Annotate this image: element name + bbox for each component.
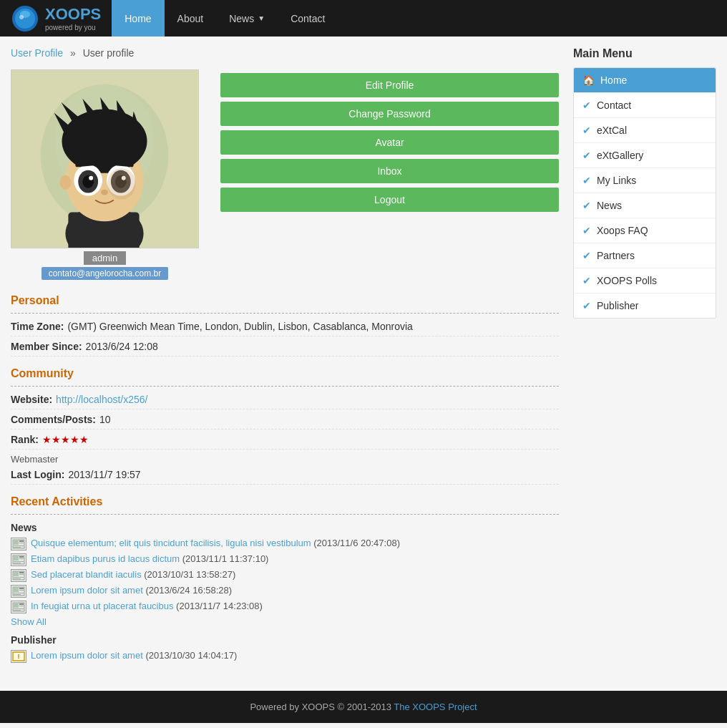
sidebar-item-home[interactable]: 🏠 Home	[574, 68, 716, 93]
breadcrumb-current: User profile	[83, 47, 135, 59]
inbox-button[interactable]: Inbox	[220, 159, 559, 183]
check-icon-xoopsfaq: ✔	[582, 225, 591, 236]
news-icon-2	[11, 553, 26, 566]
member-since-value: 2013/6/24 12:08	[86, 341, 158, 352]
comments-value: 10	[99, 414, 111, 425]
news-icon-4	[11, 585, 26, 598]
activity-time-3: (2013/10/31 13:58:27)	[144, 569, 235, 580]
svg-text:!: !	[18, 653, 20, 660]
change-password-button[interactable]: Change Password	[220, 102, 559, 126]
sidebar-item-xoopsfaq-label: Xoops FAQ	[597, 225, 648, 236]
check-icon-contact: ✔	[582, 100, 591, 111]
svg-rect-33	[14, 540, 19, 545]
footer-text: Powered by XOOPS © 2001-2013	[250, 702, 394, 712]
recent-activities-title: Recent Activities	[11, 495, 559, 508]
logout-button[interactable]: Logout	[220, 188, 559, 212]
svg-rect-60	[14, 608, 24, 609]
rank-label: Rank:	[11, 434, 39, 445]
last-login-value: 2013/11/7 19:57	[68, 469, 140, 480]
edit-profile-button[interactable]: Edit Profile	[220, 73, 559, 97]
activity-link-3[interactable]: Sed placerat blandit iaculis	[31, 569, 142, 580]
svg-rect-43	[14, 563, 21, 563]
svg-rect-51	[14, 588, 19, 592]
nav-item-contact[interactable]: Contact	[278, 0, 338, 37]
svg-rect-41	[19, 558, 24, 559]
check-icon-extcal: ✔	[582, 125, 591, 136]
check-icon-mylinks: ✔	[582, 175, 591, 186]
sidebar-item-news[interactable]: ✔ News	[574, 193, 716, 218]
timezone-value: (GMT) Greenwich Mean Time, London, Dubli…	[67, 321, 412, 332]
news-icon-5	[11, 601, 26, 613]
profile-username: admin	[84, 251, 126, 265]
website-label: Website:	[11, 394, 52, 405]
last-login-row: Last Login: 2013/11/7 19:57	[11, 469, 559, 485]
sidebar-item-mylinks[interactable]: ✔ My Links	[574, 168, 716, 193]
footer-link[interactable]: The XOOPS Project	[394, 702, 477, 712]
news-item-icon	[12, 586, 25, 596]
activity-link-5[interactable]: In feugiat urna ut placerat faucibus	[31, 601, 173, 611]
breadcrumb-link[interactable]: User Profile	[11, 47, 63, 59]
brand-link[interactable]: XOOPS powered by you	[0, 4, 112, 33]
activity-time-4: (2013/6/24 16:58:28)	[145, 585, 232, 596]
svg-rect-55	[14, 594, 21, 595]
comments-label: Comments/Posts:	[11, 414, 96, 425]
activity-time-5: (2013/11/7 14:23:08)	[176, 601, 263, 611]
timezone-row: Time Zone: (GMT) Greenwich Mean Time, Lo…	[11, 321, 559, 336]
publisher-time-1: (2013/10/30 14:04:17)	[145, 650, 237, 661]
activities-divider	[11, 514, 559, 515]
sidebar-item-contact[interactable]: ✔ Contact	[574, 93, 716, 118]
svg-rect-49	[14, 578, 21, 579]
check-icon-publisher: ✔	[582, 300, 591, 311]
avatar	[11, 69, 199, 248]
sidebar-item-extcal[interactable]: ✔ eXtCal	[574, 118, 716, 143]
publisher-item-icon: !	[12, 651, 25, 661]
news-icon-1	[11, 538, 26, 550]
breadcrumb: User Profile » User profile	[11, 47, 559, 59]
sidebar-item-extgallery[interactable]: ✔ eXtGallery	[574, 143, 716, 168]
website-row: Website: http://localhost/x256/	[11, 394, 559, 409]
publisher-link-1[interactable]: Lorem ipsum dolor sit amet	[31, 650, 143, 661]
sidebar-item-mylinks-label: My Links	[597, 175, 636, 186]
comments-row: Comments/Posts: 10	[11, 414, 559, 429]
publisher-label: Publisher	[11, 634, 559, 646]
sidebar-item-publisher[interactable]: ✔ Publisher	[574, 293, 716, 318]
sidebar-item-publisher-label: Publisher	[597, 300, 638, 311]
last-login-label: Last Login:	[11, 469, 64, 480]
chevron-down-icon: ▼	[258, 14, 265, 22]
sidebar-item-home-label: Home	[600, 74, 627, 86]
svg-rect-37	[14, 547, 21, 548]
member-since-label: Member Since:	[11, 341, 82, 352]
check-icon-extgallery: ✔	[582, 150, 591, 161]
svg-rect-52	[19, 588, 24, 589]
activity-link-1[interactable]: Quisque elementum; elit quis tincidunt f…	[31, 538, 311, 548]
show-all-link[interactable]: Show All	[11, 616, 559, 627]
svg-rect-46	[19, 572, 24, 573]
activity-link-2[interactable]: Etiam dapibus purus id lacus dictum	[31, 553, 180, 564]
avatar-button[interactable]: Avatar	[220, 130, 559, 155]
sidebar-menu: 🏠 Home ✔ Contact ✔ eXtCal ✔ eXtGallery ✔…	[573, 67, 716, 319]
navbar: XOOPS powered by you Home About News ▼ C…	[0, 0, 727, 37]
sidebar-item-news-label: News	[597, 200, 622, 211]
svg-rect-47	[19, 574, 24, 575]
profile-top: admin contato@angelorocha.com.br Edit Pr…	[11, 69, 559, 280]
nav-item-news[interactable]: News ▼	[216, 0, 278, 37]
profile-actions: Edit Profile Change Password Avatar Inbo…	[220, 69, 559, 280]
nav-item-about[interactable]: About	[165, 0, 217, 37]
sidebar-item-partners[interactable]: ✔ Partners	[574, 243, 716, 268]
sidebar-item-extgallery-label: eXtGallery	[597, 150, 643, 161]
nav-item-home[interactable]: Home	[112, 0, 164, 37]
svg-point-25	[89, 176, 93, 180]
personal-section-title: Personal	[11, 294, 559, 307]
brand-name: XOOPS	[45, 5, 101, 23]
activity-item-4: Lorem ipsum dolor sit amet (2013/6/24 16…	[11, 585, 559, 598]
svg-rect-59	[19, 606, 24, 606]
sidebar-item-xoopsfaq[interactable]: ✔ Xoops FAQ	[574, 218, 716, 243]
sidebar-item-xoopspolls[interactable]: ✔ XOOPS Polls	[574, 268, 716, 293]
community-section-title: Community	[11, 367, 559, 380]
website-link[interactable]: http://localhost/x256/	[56, 394, 147, 405]
avatar-image	[11, 70, 198, 248]
activity-item-3: Sed placerat blandit iaculis (2013/10/31…	[11, 569, 559, 582]
activity-link-4[interactable]: Lorem ipsum dolor sit amet	[31, 585, 143, 596]
activity-item-5: In feugiat urna ut placerat faucibus (20…	[11, 601, 559, 613]
sidebar-title: Main Menu	[573, 47, 716, 60]
